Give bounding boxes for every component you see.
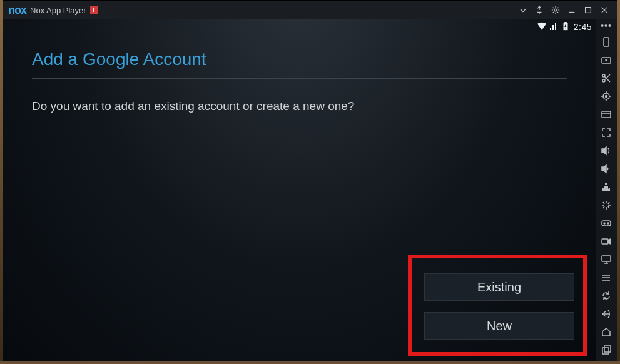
svg-line-31 <box>603 206 604 208</box>
svg-point-12 <box>602 79 605 82</box>
signal-icon <box>549 22 559 33</box>
controller-icon[interactable] <box>599 218 614 229</box>
svg-rect-37 <box>602 239 608 244</box>
window-title: Nox App Player <box>30 6 86 15</box>
svg-line-27 <box>603 202 604 204</box>
new-account-button[interactable]: New <box>424 312 574 340</box>
fullscreen-icon[interactable] <box>599 127 614 138</box>
apk-install-icon[interactable] <box>599 181 614 193</box>
volume-down-icon[interactable] <box>599 163 614 174</box>
nox-logo: nox <box>8 4 26 17</box>
svg-rect-34 <box>602 221 611 226</box>
svg-marker-23 <box>602 147 606 154</box>
svg-point-11 <box>602 74 605 77</box>
svg-rect-2 <box>586 8 591 13</box>
svg-marker-46 <box>602 328 610 336</box>
android-recent-icon[interactable] <box>599 345 614 356</box>
nox-sidebar: ••• <box>596 19 617 361</box>
volume-up-icon[interactable] <box>599 145 614 156</box>
close-icon[interactable] <box>597 3 612 18</box>
my-computer-icon[interactable] <box>599 254 614 265</box>
svg-point-16 <box>606 96 607 98</box>
svg-rect-48 <box>604 346 611 352</box>
svg-marker-38 <box>608 239 611 244</box>
desktop-background-right <box>617 0 620 364</box>
svg-rect-47 <box>602 348 609 354</box>
prompt-text: Do you want to add an existing account o… <box>32 99 567 113</box>
svg-line-32 <box>608 206 609 208</box>
account-choice-buttons: Existing New <box>415 261 583 352</box>
maximize-icon[interactable] <box>581 3 596 18</box>
svg-point-10 <box>606 59 607 61</box>
settings-gear-icon[interactable] <box>548 3 563 18</box>
svg-point-35 <box>604 223 605 224</box>
svg-rect-21 <box>602 111 611 118</box>
all-apps-icon[interactable] <box>599 272 614 283</box>
android-home-icon[interactable] <box>599 326 614 338</box>
battery-charging-icon <box>561 22 571 33</box>
scissors-icon[interactable] <box>599 73 614 84</box>
dropdown-icon[interactable] <box>516 3 531 18</box>
svg-rect-39 <box>602 256 611 261</box>
add-account-content: Add a Google Account Do you want to add … <box>3 34 596 361</box>
svg-point-36 <box>607 223 609 224</box>
svg-marker-24 <box>602 165 606 173</box>
video-record-icon[interactable] <box>599 236 614 247</box>
existing-account-button[interactable]: Existing <box>424 273 574 301</box>
pin-icon[interactable] <box>532 3 547 18</box>
screenshot-icon[interactable] <box>599 109 614 120</box>
titlebar: nox Nox App Player ! <box>3 1 617 19</box>
minimize-icon[interactable] <box>564 3 579 18</box>
shake-icon[interactable] <box>599 200 614 211</box>
full-portrait-icon[interactable] <box>599 36 614 48</box>
svg-point-0 <box>554 9 557 11</box>
android-statusbar: 2:45 <box>3 19 596 34</box>
android-screen: 2:45 Add a Google Account Do you want to… <box>3 19 596 361</box>
desktop-background-bottom <box>0 361 620 364</box>
status-clock: 2:45 <box>574 22 592 32</box>
alert-badge-icon[interactable]: ! <box>90 6 98 14</box>
more-icon[interactable]: ••• <box>601 23 612 29</box>
wifi-icon <box>537 22 547 33</box>
heading-divider <box>32 78 567 79</box>
android-back-icon[interactable] <box>599 308 614 320</box>
location-icon[interactable] <box>599 91 614 102</box>
keyboard-mapping-icon[interactable] <box>599 54 614 66</box>
rotate-icon[interactable] <box>599 290 614 301</box>
svg-rect-6 <box>564 22 567 23</box>
svg-line-28 <box>608 202 609 204</box>
svg-rect-8 <box>604 38 609 46</box>
svg-rect-25 <box>605 183 607 185</box>
nox-app-window: nox Nox App Player ! 2:45 Add a Google A… <box>3 0 617 361</box>
page-title: Add a Google Account <box>32 49 567 78</box>
